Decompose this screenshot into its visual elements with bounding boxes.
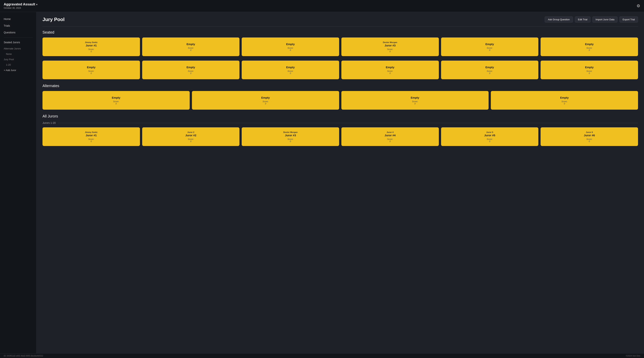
juror-name: Jimmy Smitz (85, 131, 98, 133)
juror-card[interactable]: EmptyScore:0 (142, 38, 240, 56)
page-title: Jury Pool (42, 17, 64, 22)
juror-score-label: Score: (586, 138, 592, 140)
sidebar-alternate-none: None (0, 52, 36, 57)
juror-card[interactable]: EmptyScore:0 (540, 38, 638, 56)
ask-group-question-button[interactable]: Ask Group Question (545, 17, 573, 23)
juror-title: Empty (286, 66, 295, 69)
edit-trial-button[interactable]: Edit Trial (575, 17, 591, 23)
juror-card[interactable]: EmptyScore:0 (491, 91, 638, 110)
juror-score-label: Score: (487, 138, 493, 140)
footer: ID: 643f51d2-e6f2-4bd2-86f5-0bcbbefbf332… (0, 353, 644, 358)
juror-name: Dexter Morgan (383, 41, 397, 44)
juror-card[interactable]: Juror 4Juror #4Score:0 (342, 127, 439, 146)
juror-name: Jimmy Smitz (85, 41, 98, 44)
juror-title: Juror #4 (384, 134, 396, 137)
juror-score-value: 0 (265, 103, 266, 105)
app-title: Aggravated Assault (4, 3, 35, 6)
juror-name: Juror 4 (387, 131, 394, 133)
juror-card[interactable]: EmptyScore:0 (441, 38, 538, 56)
juror-card[interactable]: Juror 6Juror #6Score:0 (540, 127, 638, 146)
sidebar-item-jury-pool[interactable]: Jury Pool (0, 57, 36, 62)
juror-card[interactable]: EmptyScore:0 (42, 91, 190, 110)
juror-title: Empty (286, 43, 295, 46)
juror-title: Empty (585, 43, 594, 46)
juror-score-label: Score: (586, 47, 592, 49)
sidebar-item-seated-jurors[interactable]: Seated Jurors (0, 39, 36, 46)
juror-title: Juror #5 (484, 134, 495, 137)
juror-score-value: 0 (290, 49, 291, 51)
juror-card[interactable]: EmptyScore:0 (242, 61, 339, 79)
juror-card[interactable]: EmptyScore:0 (342, 91, 488, 110)
juror-card[interactable]: EmptyScore:0 (142, 61, 240, 79)
juror-score-value: 0 (390, 72, 390, 74)
juror-card[interactable]: Dexter MorganJuror #3Score:0 (242, 127, 339, 146)
juror-score-value: 0 (489, 140, 490, 142)
seated-row-1: Jimmy SmitzJuror #1Score:0EmptyScore:0Em… (42, 38, 638, 56)
juror-title: Empty (585, 66, 594, 69)
juror-score-value: 0 (589, 72, 590, 74)
juror-card[interactable]: Jimmy SmitzJuror #1Score:0 (42, 38, 140, 56)
juror-name: Juror 2 (187, 131, 194, 133)
juror-score-value: 0 (290, 140, 291, 142)
header-divider (42, 26, 638, 27)
juror-card[interactable]: EmptyScore:0 (342, 61, 439, 79)
juror-score-label: Score: (88, 70, 94, 72)
juror-title: Empty (186, 43, 195, 46)
topbar: Aggravated Assault ▾ October 30, 2024 ⚙ (0, 0, 644, 12)
juror-score-label: Score: (562, 100, 568, 103)
juror-title: Juror #6 (584, 134, 595, 137)
sidebar-item-home[interactable]: Home (0, 16, 36, 22)
sidebar-item-alternate-jurors[interactable]: Alternate Jurors (0, 46, 36, 52)
topbar-title-block[interactable]: Aggravated Assault ▾ October 30, 2024 (4, 3, 38, 9)
import-juror-data-button[interactable]: Import Juror Data (592, 17, 618, 23)
juror-score-label: Score: (188, 70, 194, 72)
jurors-range-line (58, 123, 638, 123)
juror-score-value: 0 (190, 140, 191, 142)
header-actions: Ask Group Question Edit Trial Import Jur… (545, 17, 638, 23)
juror-card[interactable]: EmptyScore:0 (192, 91, 339, 110)
juror-score-label: Score: (288, 47, 294, 49)
juror-score-value: 0 (90, 140, 92, 142)
juror-score-value: 0 (290, 72, 291, 74)
sidebar-item-trials[interactable]: Trials (0, 22, 36, 29)
juror-title: Empty (560, 96, 569, 99)
main-layout: Home Trials Questions Seated Jurors Alte… (0, 12, 644, 353)
sidebar-add-juror[interactable]: + Add Juror (0, 67, 36, 73)
juror-score-label: Score: (113, 100, 119, 103)
alternates-section-title: Alternates (42, 84, 638, 88)
juror-score-label: Score: (188, 47, 194, 49)
sidebar-item-questions[interactable]: Questions (0, 29, 36, 36)
juror-score-value: 0 (90, 50, 92, 53)
export-trial-button[interactable]: Export Trial (620, 17, 638, 23)
juror-score-value: 0 (589, 49, 590, 51)
juror-score-label: Score: (487, 70, 493, 72)
juror-score-value: 0 (489, 72, 490, 74)
sidebar-divider (4, 37, 32, 38)
sidebar: Home Trials Questions Seated Jurors Alte… (0, 12, 36, 353)
juror-score-label: Score: (387, 70, 393, 72)
juror-score-label: Score: (387, 48, 393, 50)
juror-title: Juror #2 (185, 134, 196, 137)
juror-card[interactable]: EmptyScore:0 (242, 38, 339, 56)
juror-title: Juror #1 (86, 44, 97, 47)
juror-card[interactable]: Jimmy SmitzJuror #1Score:0 (42, 127, 140, 146)
juror-card[interactable]: EmptyScore:0 (441, 61, 538, 79)
chevron-down-icon: ▾ (36, 3, 38, 6)
juror-card[interactable]: Dexter MorganJuror #3Score:0 (342, 38, 439, 56)
sidebar-jury-pool-range[interactable]: 1-20 (0, 62, 36, 67)
juror-score-value: 0 (190, 72, 191, 74)
all-jurors-title: All Jurors (42, 114, 638, 118)
juror-card[interactable]: EmptyScore:0 (42, 61, 140, 79)
juror-score-value: 0 (390, 50, 390, 53)
settings-icon[interactable]: ⚙ (636, 4, 640, 9)
alternates-grid: EmptyScore:0EmptyScore:0EmptyScore:0Empt… (42, 91, 638, 110)
juror-score-value: 0 (489, 49, 490, 51)
juror-card[interactable]: Juror 5Juror #5Score:0 (441, 127, 538, 146)
juror-card[interactable]: EmptyScore:0 (540, 61, 638, 79)
app-subtitle: October 30, 2024 (4, 7, 38, 9)
juror-title: Empty (386, 66, 394, 69)
juror-card[interactable]: Juror 2Juror #2Score:0 (142, 127, 240, 146)
seated-row-2: EmptyScore:0EmptyScore:0EmptyScore:0Empt… (42, 61, 638, 79)
juror-score-label: Score: (288, 138, 294, 140)
juror-score-value: 0 (90, 72, 92, 74)
